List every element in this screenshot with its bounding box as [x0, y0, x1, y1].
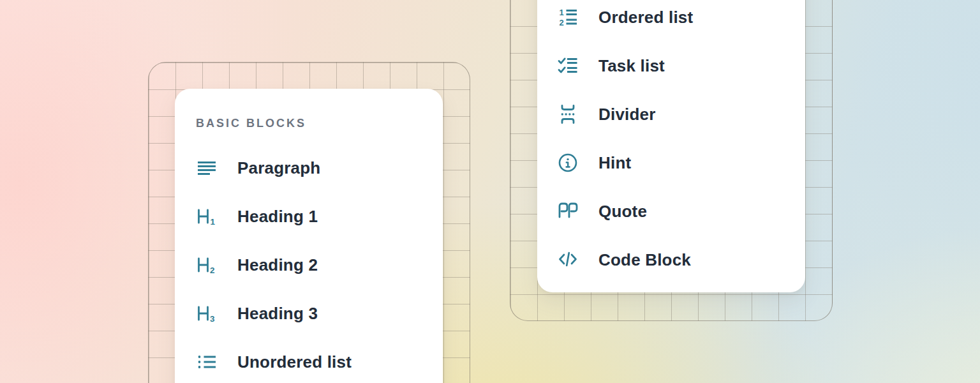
menu-item-paragraph[interactable]: Paragraph [196, 144, 443, 192]
gradient-background [0, 0, 980, 383]
menu-item-code-block[interactable]: Code Block [557, 236, 805, 284]
menu-item-task-list[interactable]: Task list [557, 41, 805, 90]
menu-item-label: Heading 3 [237, 304, 318, 324]
menu-item-divider[interactable]: Divider [557, 90, 805, 139]
heading-2-icon: 2 [196, 254, 218, 276]
code-block-icon [557, 249, 579, 271]
task-list-icon [557, 55, 579, 77]
svg-text:2: 2 [210, 266, 215, 275]
menu-item-label: Hint [598, 153, 631, 173]
menu-item-unordered-list[interactable]: Unordered list [196, 338, 443, 383]
basic-blocks-menu: BASIC BLOCKS Paragraph 1 Heading 1 2 Hea… [175, 89, 443, 383]
heading-1-icon: 1 [196, 206, 218, 227]
menu-item-label: Heading 1 [237, 207, 318, 227]
menu-item-heading-2[interactable]: 2 Heading 2 [196, 241, 443, 289]
menu-item-heading-1[interactable]: 1 Heading 1 [196, 192, 443, 241]
svg-text:3: 3 [210, 314, 215, 324]
menu-item-label: Unordered list [237, 352, 352, 372]
menu-item-label: Task list [598, 56, 665, 76]
menu-item-hint[interactable]: Hint [557, 139, 805, 187]
quote-icon [557, 200, 579, 222]
menu-item-label: Heading 2 [237, 255, 318, 275]
divider-icon [557, 103, 579, 125]
menu-item-label: Ordered list [598, 8, 693, 27]
hint-icon [557, 152, 579, 174]
menu-item-ordered-list[interactable]: 1 2 Ordered list [557, 0, 805, 41]
svg-text:1: 1 [211, 217, 216, 227]
ordered-list-icon: 1 2 [557, 6, 579, 28]
blocks-menu-right: 1 2 Ordered list Task list [537, 0, 805, 292]
menu-item-label: Code Block [598, 250, 691, 270]
menu-item-label: Divider [598, 105, 656, 124]
heading-3-icon: 3 [196, 303, 218, 324]
menu-item-label: Paragraph [237, 158, 320, 178]
svg-text:2: 2 [560, 18, 564, 27]
paragraph-icon [196, 157, 218, 179]
unordered-list-icon [196, 351, 218, 373]
menu-item-heading-3[interactable]: 3 Heading 3 [196, 289, 443, 338]
section-label: BASIC BLOCKS [196, 114, 443, 132]
menu-item-quote[interactable]: Quote [557, 187, 805, 236]
menu-item-label: Quote [598, 202, 647, 222]
svg-text:1: 1 [560, 8, 564, 17]
